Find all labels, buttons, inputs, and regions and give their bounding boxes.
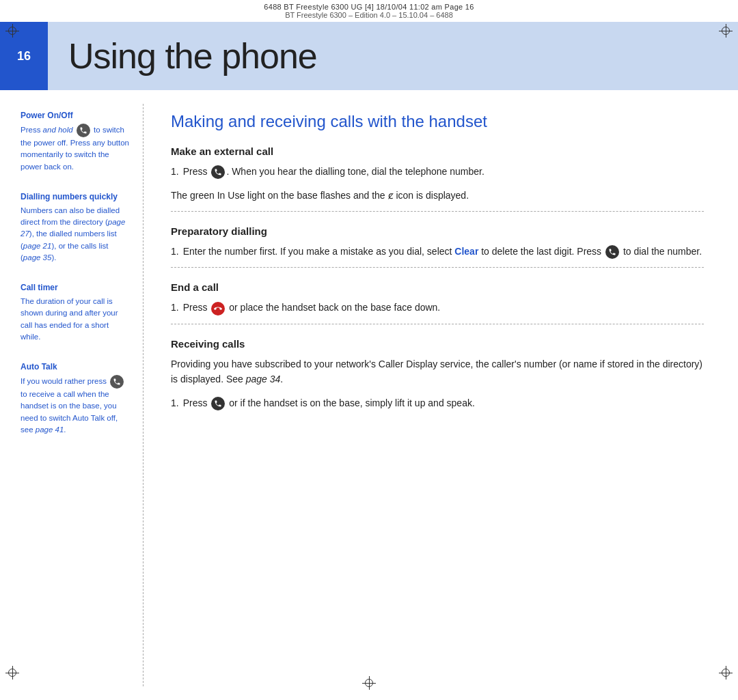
phone-icon-green-preparatory [605,245,619,259]
item-number: 1. [171,300,179,315]
sidebar: Power On/Off Press and hold to switch th… [0,104,144,686]
numbered-item-end-call-1: 1. Press or place the handset back on th… [171,300,704,315]
sidebar-text-dialling: Numbers can also be dialled direct from … [20,205,129,264]
sidebar-section-autotalk: Auto Talk If you would rather press to r… [20,362,129,436]
para-receiving-calls-1: Providing you have subscribed to your ne… [171,356,704,387]
item-text-receiving-calls-1: Press or if the handset is on the base, … [183,395,475,410]
subsection-preparatory: Preparatory dialling 1. Enter the number… [171,225,704,259]
sidebar-section-power: Power On/Off Press and hold to switch th… [20,111,129,173]
divider-1 [171,211,704,212]
subsection-heading-end-call: End a call [171,281,704,293]
clear-bold: Clear [454,246,478,257]
sidebar-title-power: Power On/Off [20,111,129,120]
sidebar-text-autotalk: If you would rather press to receive a c… [20,375,129,436]
sidebar-title-autotalk: Auto Talk [20,362,129,372]
divider-2 [171,267,704,268]
sidebar-title-calltimer: Call timer [20,283,129,292]
crosshair-top-right [719,24,733,38]
subsection-receiving-calls: Receiving calls Providing you have subsc… [171,338,704,410]
main-section-heading: Making and receiving calls with the hand… [171,111,704,132]
subsection-heading-preparatory: Preparatory dialling [171,225,704,237]
top-meta-bar: 6488 BT Freestyle 6300 UG [4] 18/10/04 1… [0,0,738,22]
page-title-area: Using the phone [48,22,338,90]
sidebar-section-calltimer: Call timer The duration of your call is … [20,283,129,343]
item-number: 1. [171,395,179,410]
numbered-item-receiving-calls-1: 1. Press or if the handset is on the bas… [171,395,704,410]
phone-icon-green-dial [211,165,225,179]
crosshair-top-left [5,24,19,38]
main-content: Power On/Off Press and hold to switch th… [0,90,738,700]
sidebar-text-calltimer: The duration of your call is shown durin… [20,296,129,343]
page-title: Using the phone [68,36,317,76]
sub-line: BT Freestyle 6300 – Edition 4.0 – 15.10.… [285,11,453,19]
page-wrapper: 6488 BT Freestyle 6300 UG [4] 18/10/04 1… [0,0,738,700]
subsection-make-call: Make an external call 1. Press . When yo… [171,145,704,203]
numbered-item-make-call-1: 1. Press . When you hear the dialling to… [171,164,704,179]
divider-3 [171,324,704,324]
phone-icon-autotalk [110,375,124,389]
item-text-end-call-1: Press or place the handset back on the b… [183,300,441,315]
sidebar-title-dialling: Dialling numbers quickly [20,192,129,201]
phone-icon-green-receive [211,397,225,410]
content-area: Making and receiving calls with the hand… [144,104,738,686]
page-header: 16 Using the phone [0,22,738,90]
item-number: 1. [171,164,179,179]
para-make-call-2: The green In Use light on the base flash… [171,188,704,203]
crosshair-bottom-left [5,666,19,680]
item-text-preparatory-1: Enter the number first. If you make a mi… [183,244,702,259]
subsection-end-call: End a call 1. Press or place the handset… [171,281,704,315]
item-number: 1. [171,244,179,259]
numbered-item-preparatory-1: 1. Enter the number first. If you make a… [171,244,704,259]
sidebar-section-dialling: Dialling numbers quickly Numbers can als… [20,192,129,264]
subsection-heading-receiving-calls: Receiving calls [171,338,704,350]
subsection-heading-make-call: Make an external call [171,145,704,157]
top-line: 6488 BT Freestyle 6300 UG [4] 18/10/04 1… [264,3,474,11]
phone-icon-power [77,124,90,137]
item-text-make-call-1: Press . When you hear the dialling tone,… [183,164,484,179]
phone-icon-red-end [211,302,225,316]
crosshair-bottom-right [719,666,733,680]
sidebar-text-power: Press and hold to switch the power off. … [20,124,129,173]
crosshair-bottom-center [362,676,376,690]
